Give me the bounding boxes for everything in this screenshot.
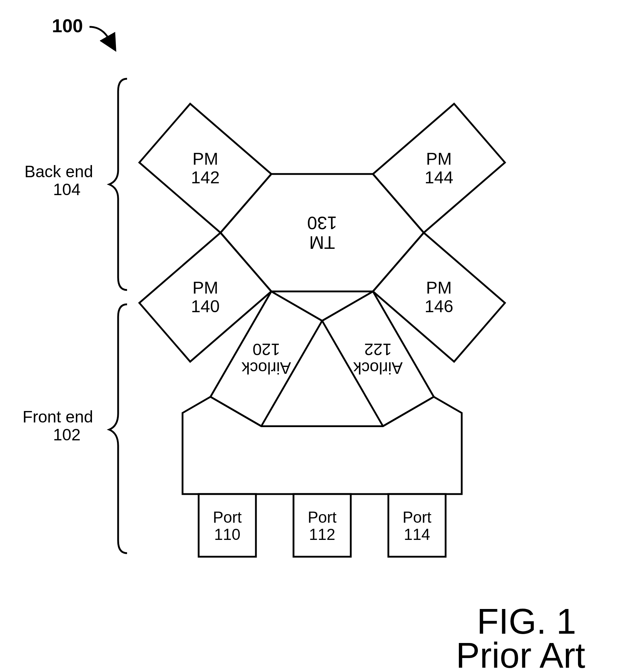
figure-ref-arrow bbox=[89, 27, 109, 39]
port110-label: Port bbox=[213, 508, 242, 526]
port-112: Port 112 bbox=[293, 494, 351, 557]
port112-ref: 112 bbox=[309, 526, 335, 543]
pm144-ref: 144 bbox=[424, 168, 453, 187]
port114-ref: 114 bbox=[404, 526, 430, 543]
pm140-ref: 140 bbox=[191, 297, 220, 316]
brace-front-end bbox=[109, 304, 127, 553]
port110-ref: 110 bbox=[214, 526, 240, 543]
port112-label: Port bbox=[308, 508, 337, 526]
figure-ref: 100 bbox=[52, 15, 83, 36]
figure-caption-2: Prior Art bbox=[456, 635, 585, 672]
airlock122-ref: 122 bbox=[364, 340, 392, 359]
figure-diagram: 100 FIG. 1 Prior Art Back end 104 Front … bbox=[0, 0, 621, 672]
port114-label: Port bbox=[403, 508, 432, 526]
pm146-ref: 146 bbox=[424, 297, 453, 316]
svg-marker-6 bbox=[183, 397, 462, 494]
airlock122-label: Airlock bbox=[353, 359, 403, 377]
tm-ref: 130 bbox=[307, 213, 337, 233]
pm140-label: PM bbox=[193, 278, 218, 297]
tm-label: TM bbox=[309, 232, 335, 252]
pm142-label: PM bbox=[193, 149, 218, 168]
back-end-ref: 104 bbox=[53, 180, 81, 199]
front-trapezoid bbox=[183, 397, 462, 494]
pm142-ref: 142 bbox=[191, 168, 220, 187]
port-110: Port 110 bbox=[199, 494, 256, 557]
brace-back-end bbox=[109, 79, 127, 290]
front-end-ref: 102 bbox=[53, 425, 81, 444]
front-end-label: Front end bbox=[23, 407, 93, 426]
back-end-label: Back end bbox=[24, 162, 93, 181]
pm146-label: PM bbox=[426, 278, 452, 297]
airlock120-label: Airlock bbox=[241, 359, 291, 377]
port-114: Port 114 bbox=[388, 494, 446, 557]
pm144-label: PM bbox=[426, 149, 452, 168]
airlock120-ref: 120 bbox=[253, 340, 280, 359]
